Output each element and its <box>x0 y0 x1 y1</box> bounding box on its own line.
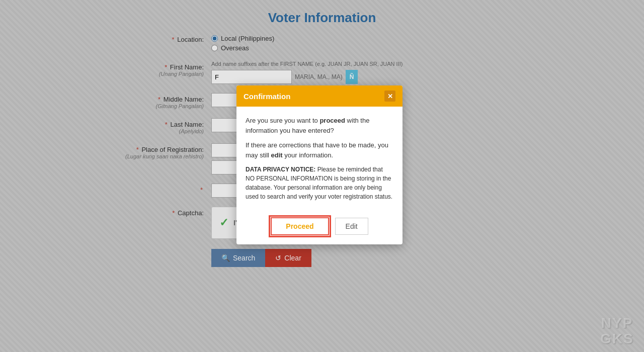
proceed-button[interactable]: Proceed <box>271 217 329 235</box>
modal-p2-suffix: your information. <box>283 151 333 159</box>
modal-p1-bold: proceed <box>319 117 345 124</box>
modal-p1-prefix: Are you sure you want to <box>246 117 319 124</box>
modal-overlay: Confirmation ✕ Are you sure you want to … <box>0 0 644 352</box>
modal-p2-bold: edit <box>271 151 283 159</box>
modal-paragraph-2: If there are corrections that have to be… <box>246 140 393 160</box>
page-container: Voter Information * Location: Local (Phi… <box>0 0 644 352</box>
modal-title: Confirmation <box>244 92 290 101</box>
modal-close-button[interactable]: ✕ <box>384 91 395 102</box>
confirmation-modal: Confirmation ✕ Are you sure you want to … <box>236 85 403 244</box>
modal-privacy-bold: DATA PRIVACY NOTICE: <box>246 166 315 173</box>
modal-privacy: DATA PRIVACY NOTICE: Please be reminded … <box>246 165 393 201</box>
edit-button[interactable]: Edit <box>335 218 368 235</box>
modal-paragraph-1: Are you sure you want to proceed with th… <box>246 116 393 135</box>
modal-body: Are you sure you want to proceed with th… <box>236 107 403 211</box>
modal-header: Confirmation ✕ <box>236 85 403 107</box>
modal-footer: Proceed Edit <box>236 211 403 244</box>
